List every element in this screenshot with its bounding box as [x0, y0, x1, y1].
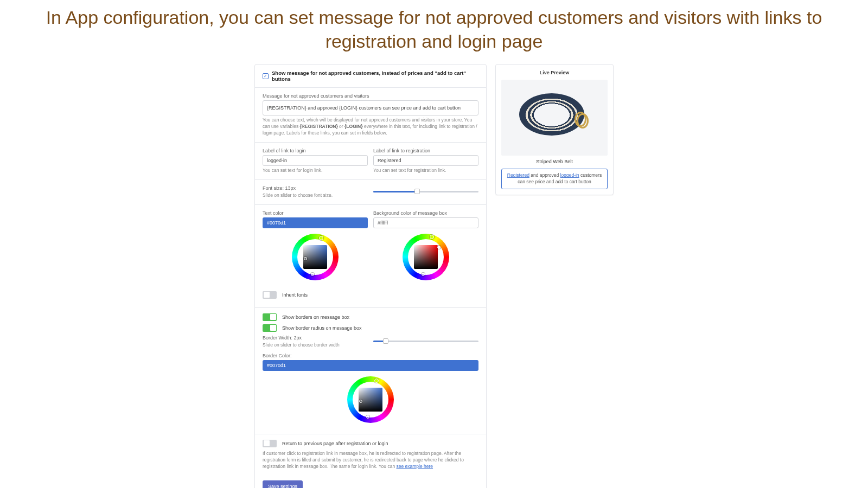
- login-label-input[interactable]: [263, 155, 368, 166]
- message-field-label: Message for not approved customers and v…: [263, 93, 478, 99]
- bg-color-picker[interactable]: [403, 234, 449, 280]
- return-previous-toggle[interactable]: [263, 440, 277, 447]
- app-container: ✓ Show message for not approved customer…: [0, 53, 868, 488]
- message-help: You can choose text, which will be displ…: [263, 117, 478, 137]
- slider-thumb[interactable]: [383, 338, 388, 344]
- return-previous-help: If customer click to registration link i…: [263, 451, 478, 470]
- bg-color-label: Background color of message box: [373, 210, 478, 216]
- show-borders-toggle[interactable]: [263, 313, 277, 321]
- border-color-label: Border Color:: [263, 353, 478, 358]
- text-color-picker[interactable]: [292, 234, 339, 280]
- login-label-field-label: Label of link to login: [263, 148, 368, 153]
- product-name: Striped Web Belt: [501, 159, 608, 164]
- slider-thumb[interactable]: [414, 189, 420, 194]
- border-color-input[interactable]: [263, 360, 478, 371]
- save-settings-button[interactable]: Save settings: [263, 480, 303, 488]
- border-width-label: Border Width: 2px: [263, 335, 368, 341]
- border-width-help: Slide on slider to choose border width: [263, 342, 368, 349]
- live-preview-card: Live Preview Striped Web Belt Registered…: [495, 64, 614, 195]
- see-example-link[interactable]: see example here: [396, 464, 433, 469]
- border-color-picker[interactable]: [347, 376, 394, 423]
- login-label-help: You can set text for login link.: [263, 168, 368, 174]
- show-message-label: Show message for not approved customers,…: [272, 70, 478, 82]
- font-size-label: Font size: 13px: [263, 185, 368, 191]
- live-preview-title: Live Preview: [501, 70, 608, 75]
- show-borders-label: Show borders on message box: [282, 314, 349, 320]
- reg-label-help: You can set text for registration link.: [373, 168, 478, 174]
- reg-label-field-label: Label of link to registration: [373, 148, 478, 153]
- preview-registered-link[interactable]: Registered: [507, 172, 529, 178]
- inherit-fonts-label: Inherit fonts: [282, 292, 308, 298]
- preview-message-box: Registered and approved logged-in custom…: [501, 169, 608, 189]
- page-title: In App configuration, you can set messag…: [0, 0, 868, 53]
- show-radius-toggle[interactable]: [263, 324, 277, 332]
- border-width-slider[interactable]: [373, 341, 478, 342]
- config-card: ✓ Show message for not approved customer…: [254, 64, 487, 488]
- inherit-fonts-toggle[interactable]: [263, 291, 277, 299]
- show-radius-label: Show border radius on message box: [282, 325, 362, 331]
- text-color-input[interactable]: [263, 217, 368, 228]
- reg-label-input[interactable]: [373, 155, 478, 166]
- return-previous-label: Return to previous page after registrati…: [282, 441, 388, 446]
- bg-color-input[interactable]: [373, 217, 478, 228]
- preview-login-link[interactable]: logged-in: [560, 172, 579, 178]
- font-size-slider[interactable]: [373, 191, 478, 192]
- font-size-help: Slide on slider to choose font size.: [263, 192, 368, 199]
- product-image: [501, 80, 608, 156]
- show-message-checkbox[interactable]: ✓: [263, 73, 269, 79]
- message-input[interactable]: [263, 100, 478, 115]
- text-color-label: Text color: [263, 210, 368, 216]
